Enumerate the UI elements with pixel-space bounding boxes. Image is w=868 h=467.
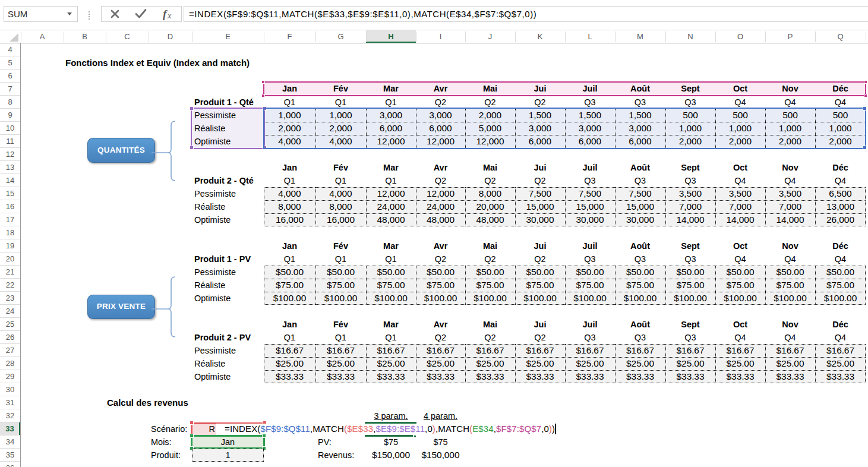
svg-text:x: x xyxy=(167,11,172,20)
svg-text:f: f xyxy=(163,8,168,20)
